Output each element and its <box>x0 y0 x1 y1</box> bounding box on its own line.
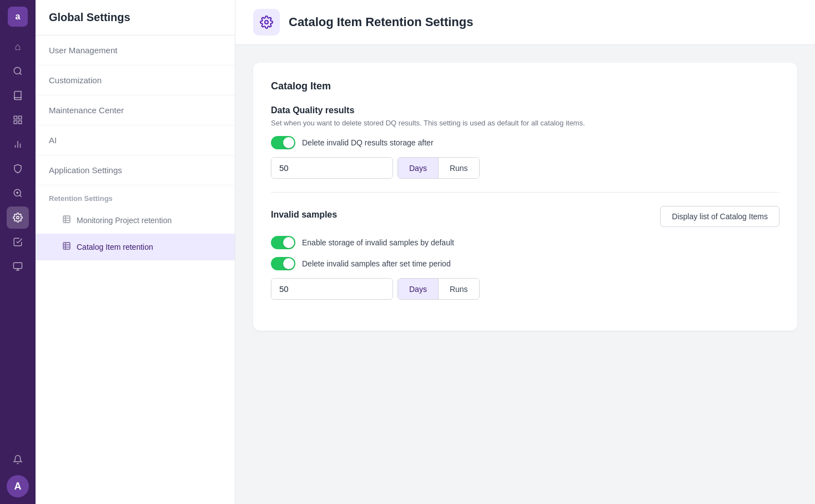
search-icon[interactable] <box>7 60 29 82</box>
dq-toggle-label: Delete invalid DQ results storage after <box>302 138 434 147</box>
main-content: Catalog Item Retention Settings Catalog … <box>235 0 815 504</box>
invalid-samples-header: Invalid samples Display list of Catalog … <box>271 206 779 227</box>
samples-days-button[interactable]: Days <box>398 279 438 299</box>
dq-value-input[interactable] <box>271 158 393 178</box>
delete-samples-label: Delete invalid samples after set time pe… <box>302 259 451 268</box>
page-title: Catalog Item Retention Settings <box>289 15 473 29</box>
svg-point-11 <box>17 216 19 219</box>
invalid-samples-title: Invalid samples <box>271 210 337 220</box>
home-icon[interactable]: ⌂ <box>7 36 29 58</box>
shield-icon[interactable] <box>7 158 29 180</box>
sidebar-item-maintenance-center[interactable]: Maintenance Center <box>36 95 235 125</box>
dq-results-title: Data Quality results <box>271 105 779 115</box>
svg-rect-15 <box>63 216 70 223</box>
svg-point-0 <box>14 67 21 74</box>
table-icon <box>62 215 71 226</box>
dq-runs-button[interactable]: Runs <box>438 158 479 178</box>
page-header: Catalog Item Retention Settings <box>235 0 815 45</box>
catalog-item-retention-label: Catalog Item retention <box>77 243 153 251</box>
settings-card: Catalog Item Data Quality results Set wh… <box>253 63 797 331</box>
chart-icon[interactable] <box>7 133 29 155</box>
dq-spinners: ▲ ▼ <box>393 158 393 178</box>
svg-rect-12 <box>14 263 22 269</box>
left-nav: Global Settings User Management Customiz… <box>36 0 235 504</box>
samples-number-wrapper: ▲ ▼ <box>271 278 393 300</box>
svg-rect-1 <box>14 116 17 119</box>
section-divider <box>271 192 779 193</box>
sidebar-item-monitoring-project-retention[interactable]: Monitoring Project retention <box>36 207 235 234</box>
svg-rect-2 <box>19 116 22 119</box>
table-settings-icon <box>62 241 71 253</box>
dq-results-description: Set when you want to delete stored DQ re… <box>271 119 779 127</box>
app-logo[interactable]: a <box>8 7 28 27</box>
sidebar-item-customization[interactable]: Customization <box>36 65 235 95</box>
dq-unit-buttons: Days Runs <box>398 157 480 179</box>
enable-storage-label: Enable storage of invalid samples by def… <box>302 238 454 247</box>
header-settings-icon <box>253 9 280 36</box>
samples-number-input-group: ▲ ▼ Days Runs <box>271 278 779 300</box>
display-list-button[interactable]: Display list of Catalog Items <box>660 206 779 227</box>
svg-rect-4 <box>14 121 17 124</box>
sidebar-item-catalog-item-retention[interactable]: Catalog Item retention <box>36 234 235 260</box>
delete-samples-toggle[interactable] <box>271 257 295 270</box>
layers-icon[interactable] <box>7 109 29 131</box>
user-avatar[interactable]: A <box>7 475 29 497</box>
sidebar-item-user-management[interactable]: User Management <box>36 36 235 65</box>
catalog-item-section-title: Catalog Item <box>271 80 779 92</box>
sidebar-item-ai[interactable]: AI <box>36 125 235 155</box>
samples-value-input[interactable] <box>271 279 393 299</box>
samples-spinners: ▲ ▼ <box>393 279 393 299</box>
check-icon[interactable] <box>7 231 29 253</box>
dq-days-button[interactable]: Days <box>398 158 438 178</box>
icon-sidebar: a ⌂ A <box>0 0 36 504</box>
search-detail-icon[interactable] <box>7 182 29 204</box>
sidebar-item-application-settings[interactable]: Application Settings <box>36 155 235 185</box>
global-settings-title: Global Settings <box>36 0 235 36</box>
dq-number-wrapper: ▲ ▼ <box>271 157 393 179</box>
svg-rect-3 <box>19 121 22 124</box>
book-icon[interactable] <box>7 84 29 107</box>
invalid-samples-toggle2-row: Delete invalid samples after set time pe… <box>271 257 779 270</box>
enable-storage-toggle[interactable] <box>271 236 295 249</box>
invalid-samples-toggle1-row: Enable storage of invalid samples by def… <box>271 236 779 249</box>
svg-point-23 <box>265 21 268 24</box>
dq-number-input-group: ▲ ▼ Days Runs <box>271 157 779 179</box>
svg-rect-19 <box>63 243 70 249</box>
bell-icon[interactable] <box>7 448 29 471</box>
content-area: Catalog Item Data Quality results Set wh… <box>235 45 815 504</box>
dq-results-toggle[interactable] <box>271 136 295 149</box>
monitoring-project-retention-label: Monitoring Project retention <box>77 216 172 225</box>
retention-settings-label: Retention Settings <box>36 185 235 207</box>
settings-nav-icon[interactable] <box>7 206 29 229</box>
dq-toggle-row: Delete invalid DQ results storage after <box>271 136 779 149</box>
samples-runs-button[interactable]: Runs <box>438 279 479 299</box>
samples-unit-buttons: Days Runs <box>398 278 480 300</box>
monitor-icon[interactable] <box>7 255 29 278</box>
